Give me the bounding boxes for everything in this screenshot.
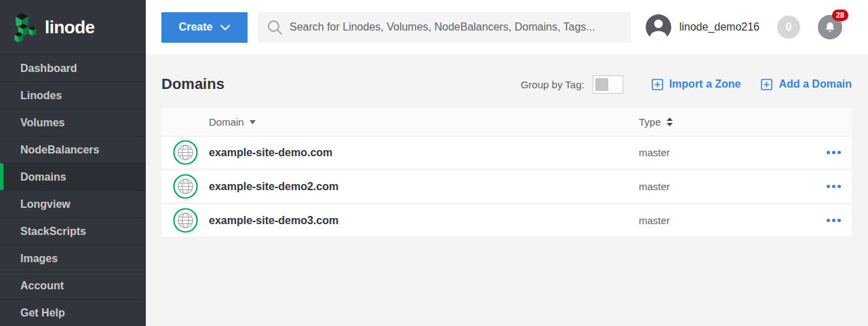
column-header-type-label: Type [639,116,661,128]
domains-table: Domain Type [161,108,852,238]
import-a-zone-link[interactable]: Import a Zone [652,78,741,90]
sidebar-item-get-help[interactable]: Get Help [0,299,146,326]
notifications-count-badge: 28 [832,10,848,21]
search-icon [267,20,283,35]
column-header-type[interactable]: Type [639,116,673,128]
sidebar-item-label: Dashboard [20,62,77,75]
sidebar-item-label: Domains [20,171,66,183]
sidebar-item-label: Longview [20,198,71,211]
table-row: example-site-demo3.com master [161,204,852,238]
sidebar-item-label: NodeBalancers [20,144,100,156]
sidebar-item-label: Images [20,253,58,265]
sidebar-item-images[interactable]: Images [0,244,146,272]
sidebar-item-longview[interactable]: Longview [0,190,146,217]
sidebar-item-linodes[interactable]: Linodes [0,82,146,109]
domain-globe-icon [173,140,198,165]
group-by-tag-label: Group by Tag: [521,79,585,90]
sidebar-item-domains[interactable]: Domains [0,163,146,190]
bell-icon [823,20,837,34]
linode-logo-icon [9,8,39,46]
toggle-knob [595,78,608,91]
topbar: Create [146,0,868,54]
main-content: Domains Group by Tag: Import a Zone [146,54,868,326]
domain-type: master [639,147,670,158]
table-row: example-site-demo.com master [161,137,852,170]
create-button[interactable]: Create [161,12,248,43]
page-title: Domains [161,75,224,93]
sidebar-item-label: Account [20,280,64,292]
sidebar-item-label: Get Help [20,307,65,319]
domain-type: master [639,215,670,226]
add-a-domain-link[interactable]: Add a Domain [761,78,852,90]
sort-both-icon [667,117,673,126]
chevron-down-icon [220,24,230,31]
row-actions-menu-button[interactable] [825,147,842,158]
linode-logo[interactable]: linode [0,0,146,54]
plus-square-icon [761,79,772,90]
add-a-domain-label: Add a Domain [778,78,852,90]
sidebar-item-label: Linodes [20,90,62,102]
row-actions-menu-button[interactable] [825,215,842,226]
sidebar: linode Dashboard Linodes Volumes NodeBal… [0,0,146,326]
sidebar-nav: Dashboard Linodes Volumes NodeBalancers … [0,54,146,326]
table-row: example-site-demo2.com master [161,170,852,204]
search-bar[interactable] [258,12,631,43]
import-a-zone-label: Import a Zone [669,78,741,90]
sidebar-item-label: Volumes [20,117,65,129]
sidebar-item-dashboard[interactable]: Dashboard [0,54,146,82]
username[interactable]: linode_demo216 [679,21,760,33]
table-header-row: Domain Type [161,108,852,137]
notifications-button[interactable]: 28 [818,15,842,39]
column-header-domain-label: Domain [209,116,244,128]
domain-link[interactable]: example-site-demo.com [209,147,332,159]
app-window: linode Dashboard Linodes Volumes NodeBal… [0,0,868,326]
avatar[interactable] [646,14,671,40]
sidebar-item-label: StackScripts [20,225,86,238]
sidebar-item-stackscripts[interactable]: StackScripts [0,217,146,244]
domain-link[interactable]: example-site-demo3.com [209,215,338,227]
row-actions-menu-button[interactable] [825,181,842,192]
create-button-label: Create [179,21,213,33]
sidebar-item-nodebalancers[interactable]: NodeBalancers [0,136,146,163]
linode-wordmark: linode [45,17,95,38]
sidebar-item-volumes[interactable]: Volumes [0,109,146,136]
domain-link[interactable]: example-site-demo2.com [209,181,338,193]
plus-square-icon [652,79,663,90]
search-input[interactable] [290,21,621,33]
column-header-domain[interactable]: Domain [209,116,256,128]
sort-descending-icon [250,120,256,124]
domain-globe-icon [173,208,198,233]
sidebar-item-account[interactable]: Account [0,272,146,299]
group-by-tag-toggle[interactable] [593,75,623,94]
domain-globe-icon [173,174,198,199]
events-counter[interactable]: 0 [777,16,800,39]
domain-type: master [639,181,670,192]
